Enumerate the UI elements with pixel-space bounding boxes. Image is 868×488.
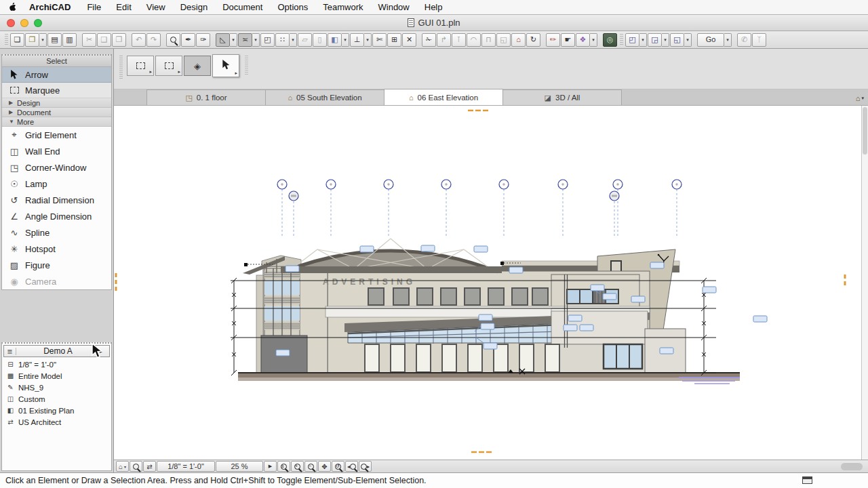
save-button[interactable]: ▤ [47, 33, 62, 47]
open-file-button[interactable]: ❐ [25, 33, 39, 47]
trim-button[interactable]: ✁ [422, 33, 436, 47]
vertical-plane-button[interactable]: ▯ [313, 33, 327, 47]
menu-edit[interactable]: Edit [116, 2, 131, 12]
previous-zoom-button[interactable]: ◂ [345, 461, 358, 472]
quick-option-model-view[interactable]: ◫Custom [2, 393, 111, 405]
set-zoom-button[interactable]: ± [277, 461, 290, 472]
menu-teamwork[interactable]: Teamwork [323, 2, 363, 12]
dimension-ruler-button[interactable]: ⊞ [387, 33, 401, 47]
fit-in-window-button[interactable]: ↺ [332, 461, 344, 472]
tool-corner-window[interactable]: ◳Corner-Window [2, 159, 111, 176]
fillet-button[interactable]: ◠ [467, 33, 481, 47]
editing-plane-button[interactable]: ▱ [298, 33, 312, 47]
trace-reference-button[interactable]: ◧ [328, 33, 342, 47]
new-document-button[interactable]: ❏ [10, 33, 24, 47]
selection-method-button[interactable]: ▸ [127, 56, 154, 76]
horizontal-scrollbar-thumb[interactable] [841, 463, 863, 470]
window-layout-2-dropdown[interactable]: ▾ [662, 33, 669, 47]
quick-option-scale[interactable]: ⊟1/8" = 1'-0" [2, 359, 111, 370]
cursor-snap-button[interactable]: ◰ [260, 33, 275, 47]
suspend-groups-button[interactable]: ✄ [372, 33, 387, 47]
split-button[interactable]: ⊺ [452, 33, 466, 47]
marquee-options-button[interactable]: ∷ [275, 33, 290, 47]
quick-option-graphic-override[interactable]: ◧01 Existing Plan [2, 405, 111, 416]
window-layout-2-button[interactable]: ◲ [648, 33, 662, 47]
zoom-menu-button[interactable]: ▶ [264, 461, 277, 472]
tool-arrow[interactable]: Arrow [2, 67, 111, 83]
next-zoom-button[interactable]: ▸ [359, 461, 372, 472]
go-menu-button[interactable]: Go [697, 33, 724, 47]
chat-button[interactable]: ✆ [737, 33, 751, 47]
quick-options-header[interactable]: ≣ Demo A ▸ [3, 345, 110, 357]
paste-button[interactable]: ❒ [112, 33, 126, 47]
gravity-button[interactable]: ⊥ [350, 33, 364, 47]
quick-option-pen-set[interactable]: ✎NHS_9 [2, 382, 111, 393]
menu-window[interactable]: Window [378, 2, 410, 12]
tool-lamp[interactable]: ☉Lamp [2, 176, 111, 192]
menu-options[interactable]: Options [277, 2, 308, 12]
tab-south-elevation[interactable]: ⌂05 South Elevation [265, 89, 384, 105]
tool-angle-dimension[interactable]: ∠Angle Dimension [2, 208, 111, 224]
tool-marquee[interactable]: Marquee [2, 83, 111, 98]
photorender-dropdown[interactable]: ▾ [590, 33, 597, 47]
pan-button[interactable]: ✥ [318, 461, 331, 472]
marker-button[interactable]: ✏ [546, 33, 560, 47]
toolbox-group-more[interactable]: ▼ More [2, 117, 111, 127]
vertical-scrollbar-thumb[interactable] [863, 107, 867, 155]
reset-orientation-button[interactable]: ⇄ [143, 461, 156, 472]
zoom-in-button[interactable]: + [291, 461, 304, 472]
rotate-button[interactable]: ↻ [526, 33, 540, 47]
walk-mode-button[interactable]: ᛉ [752, 33, 766, 47]
find-select-button[interactable] [166, 33, 180, 47]
redo-button[interactable]: ↷ [146, 33, 161, 47]
toolbar-drag-handle-2[interactable] [620, 34, 623, 46]
tab-east-elevation[interactable]: ⌂06 East Elevation [384, 89, 503, 105]
tab-floor-plan[interactable]: ◳0. 1 floor [146, 89, 266, 105]
app-menu[interactable]: ArchiCAD [29, 2, 71, 12]
menu-view[interactable]: View [146, 2, 165, 12]
apple-icon[interactable] [8, 2, 17, 12]
resize-button[interactable]: ◱ [496, 33, 511, 47]
marquee-method-button[interactable]: ▸ [155, 56, 182, 76]
quick-options-toggle-button[interactable]: ⌂▾ [116, 461, 129, 472]
go-menu-dropdown[interactable]: ▾ [724, 33, 732, 47]
window-layout-3-dropdown[interactable]: ▾ [684, 33, 692, 47]
comment-button[interactable]: ☛ [561, 33, 575, 47]
menu-file[interactable]: File [87, 2, 101, 12]
panel-toggle-icon[interactable] [802, 476, 812, 484]
tab-3d-all[interactable]: ◪3D / All [502, 89, 622, 105]
menu-help[interactable]: Help [425, 2, 443, 12]
window-layout-3-button[interactable]: ◱ [670, 33, 684, 47]
guide-lines-dropdown[interactable]: ▾ [230, 33, 237, 47]
toolbar-drag-handle[interactable] [5, 34, 8, 46]
open-file-dropdown[interactable]: ▾ [39, 33, 47, 47]
tool-radial-dimension[interactable]: ↺Radial Dimension [2, 192, 111, 208]
active-tool-button[interactable]: ▸ [212, 54, 239, 77]
undo-button[interactable]: ↶ [132, 33, 146, 47]
tool-grid-element[interactable]: ⌖Grid Element [2, 127, 111, 143]
teamwork-button[interactable]: ◎ [603, 33, 617, 47]
tool-wall-end[interactable]: ◫Wall End [2, 143, 111, 159]
tool-camera[interactable]: ◉Camera [2, 273, 111, 289]
tool-hotspot[interactable]: ✳Hotspot [2, 241, 111, 257]
tab-overflow-button[interactable]: ⌂ ▾ [856, 94, 864, 102]
explode-button[interactable]: ✕ [402, 33, 416, 47]
pick-up-parameters-button[interactable]: ✒ [181, 33, 195, 47]
scale-button[interactable]: 1/8" = 1'-0" [157, 461, 215, 472]
toolbox-group-design[interactable]: ▶ Design [2, 98, 111, 108]
inject-parameters-button[interactable]: ✑ [196, 33, 210, 47]
quick-option-renovation-filter[interactable]: ⇄US Architect [2, 416, 111, 428]
zoom-percent-button[interactable]: 25 % [216, 461, 263, 472]
print-button[interactable]: ▥ [62, 33, 77, 47]
gravity-dropdown[interactable]: ▾ [364, 33, 372, 47]
drawing-canvas[interactable]: ADVERTISING [114, 106, 861, 460]
infobox-drag-handle[interactable] [119, 56, 123, 79]
copy-button[interactable]: ❑ [97, 33, 111, 47]
toolbox-group-document[interactable]: ▶ Document [2, 108, 111, 117]
quick-selection-button[interactable]: ◈ [184, 56, 211, 76]
intersect-button[interactable]: ⊓ [481, 33, 496, 47]
navigator-preview-button[interactable] [130, 461, 142, 472]
horizontal-scrollbar[interactable] [375, 462, 865, 472]
quick-option-structure-display[interactable]: ▩Entire Model [2, 370, 111, 382]
trace-reference-dropdown[interactable]: ▾ [342, 33, 349, 47]
